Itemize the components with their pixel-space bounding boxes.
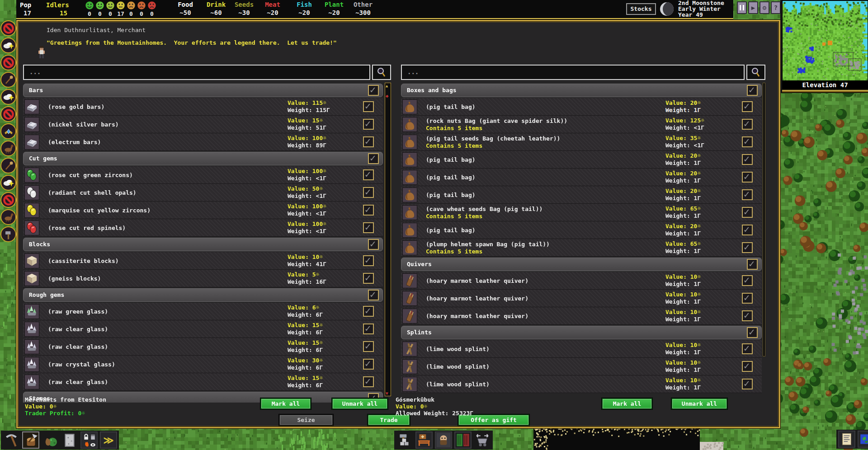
item-checkbox[interactable] — [363, 136, 374, 147]
chop-trees-icon[interactable] — [22, 431, 39, 449]
item-row[interactable]: (marquise cut yellow zircons)Value: 100☼… — [23, 202, 383, 219]
work-order-alert-icon[interactable] — [0, 226, 16, 242]
item-row[interactable]: (hoary marmot leather quiver)Value: 10☼W… — [401, 290, 762, 307]
section-row-quivers[interactable]: Quivers — [401, 258, 762, 271]
forbidden-alert-icon[interactable] — [0, 192, 16, 208]
section-checkbox[interactable] — [747, 85, 758, 96]
fortress-search-input[interactable]: ... — [401, 65, 745, 80]
item-row[interactable]: (raw green glass)Value: 6☼Weight: 6Γ — [23, 303, 383, 320]
section-row-cut-gems[interactable]: Cut gems — [23, 152, 383, 165]
item-checkbox[interactable] — [742, 343, 753, 354]
item-checkbox[interactable] — [742, 189, 753, 200]
scroll-down-icon[interactable]: ▼ — [386, 391, 388, 396]
item-checkbox[interactable] — [363, 341, 374, 352]
section-checkbox[interactable] — [368, 153, 379, 164]
section-row-bars[interactable]: Bars — [23, 84, 383, 97]
item-row[interactable]: (raw clear glass)Value: 15☼Weight: 6Γ — [23, 338, 383, 356]
item-row[interactable]: (nickel silver bars)Value: 15☼Weight: 51… — [23, 116, 383, 133]
unmark-all-right-button[interactable]: Unmark all — [671, 398, 727, 409]
build-icon[interactable] — [396, 431, 413, 449]
item-checkbox[interactable] — [363, 205, 374, 216]
forbidden-alert-icon[interactable] — [0, 106, 16, 122]
help-button[interactable]: ? — [771, 1, 781, 14]
item-row[interactable]: (rose cut green zircons)Value: 100☼Weigh… — [23, 166, 383, 184]
item-checkbox[interactable] — [363, 376, 374, 387]
item-row[interactable]: (hoary marmot leather quiver)Value: 10☼W… — [401, 272, 762, 290]
section-row-rough-gems[interactable]: Rough gems — [23, 288, 383, 302]
item-row[interactable]: (lime wood splint)Value: 10☼Weight: 1Γ — [401, 340, 762, 358]
item-row[interactable]: (electrum bars)Value: 100☼Weight: 89Γ — [23, 133, 383, 151]
item-row[interactable]: (pig tail bag)Value: 20☼Weight: 1Γ — [401, 169, 762, 186]
item-row[interactable]: (pig tail bag)Value: 20☼Weight: 1Γ — [401, 221, 762, 239]
item-row[interactable]: (raw clear glass)Value: 15☼Weight: 6Γ — [23, 320, 383, 338]
section-row-splints[interactable]: Splints — [401, 326, 762, 339]
minimap[interactable]: Elevation 47 — [780, 0, 868, 93]
mining-pickaxe-icon[interactable] — [3, 431, 20, 449]
item-checkbox[interactable] — [363, 306, 374, 317]
item-checkbox[interactable] — [363, 187, 374, 198]
furniture-icon[interactable] — [415, 431, 433, 449]
forbidden-alert-icon[interactable] — [0, 55, 16, 70]
item-checkbox[interactable] — [742, 172, 753, 183]
section-row-boxes-and-bags[interactable]: Boxes and bags — [401, 84, 762, 97]
item-row[interactable]: (rock nuts Bag (giant cave spider silk))… — [401, 116, 762, 133]
item-row[interactable]: (lime wood splint)Value: 10☼Weight: 1Γ — [401, 358, 762, 375]
scroll-up-icon[interactable]: ▲ — [386, 84, 388, 88]
item-row[interactable]: (rose gold bars)Value: 115☼Weight: 115Γ — [23, 98, 383, 116]
item-checkbox[interactable] — [742, 225, 753, 235]
smooth-stone-icon[interactable] — [61, 431, 78, 449]
item-row[interactable]: (cassiterite blocks)Value: 10☼Weight: 41… — [23, 252, 383, 270]
item-checkbox[interactable] — [742, 293, 753, 304]
section-checkbox[interactable] — [747, 259, 758, 270]
search-icon[interactable] — [372, 65, 391, 80]
item-row[interactable]: (plump helmet spawn Bag (pig tail))Conta… — [401, 239, 762, 257]
scroll-handle-icon[interactable]: ◆ — [386, 93, 389, 99]
item-checkbox[interactable] — [363, 359, 374, 370]
item-checkbox[interactable] — [742, 207, 753, 218]
settings-gear-icon[interactable]: ⚙ — [760, 1, 769, 14]
merchant-search-input[interactable]: ... — [23, 65, 370, 80]
item-row[interactable]: (cave wheat seeds Bag (pig tail))Contain… — [401, 204, 762, 221]
item-row[interactable]: (gneiss blocks)Value: 5☼Weight: 16Γ — [23, 270, 383, 287]
gather-plants-icon[interactable] — [42, 431, 59, 449]
item-checkbox[interactable] — [363, 255, 374, 266]
section-checkbox[interactable] — [747, 327, 758, 338]
cloud-event-alert-icon[interactable] — [0, 89, 16, 105]
item-row[interactable]: (hoary marmot leather quiver)Value: 10☼W… — [401, 307, 762, 325]
item-checkbox[interactable] — [742, 275, 753, 286]
mark-all-right-button[interactable]: Mark all — [602, 398, 652, 409]
expand-toolbar-icon[interactable]: ≫ — [100, 431, 117, 449]
item-row[interactable]: (lime wood splint)Value: 10☼Weight: 1Γ — [401, 375, 762, 393]
minimap-canvas[interactable] — [783, 1, 868, 80]
item-checkbox[interactable] — [363, 119, 374, 130]
item-checkbox[interactable] — [742, 361, 753, 372]
item-row[interactable]: (pig tail seeds Bag (cheetah leather))Co… — [401, 133, 762, 151]
section-checkbox[interactable] — [368, 85, 379, 96]
item-checkbox[interactable] — [742, 242, 753, 253]
cloud-event-alert-icon[interactable] — [0, 38, 16, 53]
item-row[interactable]: (pig tail bag)Value: 20☼Weight: 1Γ — [401, 186, 762, 204]
item-checkbox[interactable] — [742, 154, 753, 165]
item-checkbox[interactable] — [742, 310, 753, 321]
seize-button[interactable]: Seize — [279, 414, 333, 426]
item-checkbox[interactable] — [363, 222, 374, 233]
stocks-button[interactable]: Stocks — [626, 3, 656, 15]
item-checkbox[interactable] — [363, 101, 374, 112]
mark-all-left-button[interactable]: Mark all — [260, 398, 311, 409]
play-button[interactable]: ▶ — [748, 1, 758, 14]
animal-alert-icon[interactable] — [0, 141, 16, 156]
section-row-blocks[interactable]: Blocks — [23, 238, 383, 251]
animal-alert-icon[interactable] — [0, 209, 16, 225]
item-row[interactable]: (rose cut red spinels)Value: 100☼Weight:… — [23, 219, 383, 237]
units-icon[interactable] — [435, 431, 452, 449]
item-checkbox[interactable] — [363, 323, 374, 334]
item-checkbox[interactable] — [742, 136, 753, 147]
pause-button[interactable] — [737, 1, 747, 14]
item-checkbox[interactable] — [742, 119, 753, 130]
notes-icon[interactable] — [838, 431, 855, 448]
cloud-event-alert-icon[interactable] — [0, 175, 16, 191]
hauling-icon[interactable] — [474, 431, 491, 449]
item-checkbox[interactable] — [742, 101, 753, 112]
item-checkbox[interactable] — [742, 379, 753, 389]
item-row[interactable]: (raw clear glass)Value: 15☼Weight: 6Γ — [23, 373, 383, 391]
